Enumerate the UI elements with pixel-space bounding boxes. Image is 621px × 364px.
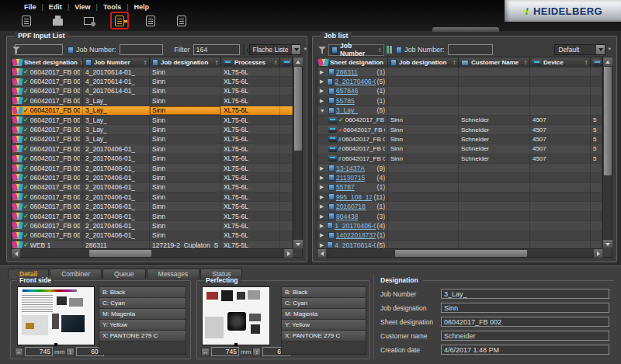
job-group-row[interactable]: ▶4_20170614-01_(5)	[317, 241, 602, 248]
ppf-row[interactable]: ✓06042017_FB 0023_Lay_SinnXL75-6L	[12, 106, 293, 116]
tab-queue[interactable]: Queue	[102, 269, 146, 279]
job-number-link[interactable]: 13-1437A	[336, 165, 365, 172]
job-number-field[interactable]	[441, 289, 609, 299]
job-group-row[interactable]: ▶13-1437A(9)	[317, 164, 602, 173]
job-number-link[interactable]: 657846	[336, 87, 358, 95]
job-number-link[interactable]: 1_20170406-01_	[335, 222, 375, 230]
ppf-column-header[interactable]: Job designation↕	[150, 57, 221, 68]
expand-arrow-icon[interactable]: ▶	[320, 98, 327, 104]
job-group-row[interactable]: ▶804438(3)	[317, 212, 602, 221]
ppf-row[interactable]: ✓06042017_FB 0012_20170406-01_SinnXL75-6…	[12, 144, 293, 154]
expand-arrow-icon[interactable]: ▶	[320, 203, 327, 210]
ppf-row[interactable]: ✓06042017_FB 0043_Lay_SinnXL75-6L	[12, 125, 293, 134]
job-column-header[interactable]: Job designation↕	[388, 57, 459, 68]
ppf-column-header[interactable]: Sheet designation↕	[12, 57, 83, 68]
color-item[interactable]: C: Cyan	[282, 298, 366, 309]
scroll-thumb[interactable]	[294, 67, 302, 151]
expand-arrow-icon[interactable]: ▶	[320, 242, 325, 248]
ppf-row[interactable]: ✓06042017_FB 0033_Lay_SinnXL75-6L	[12, 116, 293, 125]
color-item[interactable]: M: Magenta	[282, 309, 366, 320]
job-horizontal-scrollbar[interactable]	[317, 248, 602, 257]
job-group-row[interactable]: ▶55787(1)	[317, 183, 602, 192]
panel-splitter-handle[interactable]	[432, 27, 499, 32]
system-settings-icon[interactable]	[79, 12, 98, 29]
menu-view[interactable]: View	[69, 2, 95, 12]
ppf-row[interactable]: ✓06042017_FB 0032_20170406-01_SinnXL75-6…	[12, 212, 293, 221]
menu-tools[interactable]: Tools	[98, 2, 127, 12]
ppf-row[interactable]: ✓06042017_FB 0044_20170614-01_SinnXL75-6…	[12, 77, 293, 86]
ppf-row[interactable]: ✓06042017_FB 0054_20170614-01_SinnXL75-6…	[12, 87, 293, 96]
expand-arrow-icon[interactable]: ▶	[320, 213, 327, 220]
expand-arrow-icon[interactable]: ▶	[320, 175, 327, 181]
ppf-row[interactable]: ✓06042017_FB 0032_20170406-01_SinnXL75-6…	[12, 164, 293, 173]
height-stepper-button[interactable]: ↕	[252, 348, 261, 356]
ppf-job-number-input[interactable]	[120, 44, 163, 55]
sort-updown-icon[interactable]: ↕	[144, 59, 147, 66]
sort-updown-icon[interactable]: ↕	[453, 59, 456, 66]
color-item[interactable]: B: Black	[282, 287, 366, 298]
job-number-link[interactable]: 804438	[336, 213, 358, 220]
job-group-row[interactable]: ▶657846(1)	[317, 87, 602, 96]
color-item[interactable]: Y: Yellow	[282, 320, 366, 331]
ppf-row[interactable]: ✓06042017_FB 0052_20170406-01_SinnXL75-6…	[12, 231, 293, 241]
job-group-row[interactable]: ▶286311(1)	[317, 68, 602, 77]
export-icon[interactable]	[172, 12, 191, 29]
sheet-width-input[interactable]	[25, 347, 53, 356]
width-stepper-button[interactable]: ↔	[15, 348, 23, 356]
job-sheet-row[interactable]: ■06042017_FB 002SinnSchneider45075	[317, 125, 602, 134]
scroll-right-button[interactable]	[284, 249, 293, 258]
expand-arrow-icon[interactable]: ▶	[320, 232, 327, 238]
ppf-filter-value-input[interactable]	[193, 44, 240, 55]
report-icon[interactable]	[141, 12, 160, 29]
expand-arrow-icon[interactable]: ▶	[320, 69, 327, 75]
preset-dropdown[interactable]: Default	[554, 44, 605, 55]
job-group-row[interactable]: ▶1_20170406-01_(4)	[317, 221, 602, 231]
color-item[interactable]: X: PANTONE 279 C	[282, 331, 366, 341]
ppf-column-header[interactable]: Job Number↕	[83, 57, 150, 68]
color-item[interactable]: C: Cyan	[99, 298, 186, 309]
job-sheet-row[interactable]: ✓06042017_FB 001SinnSchneider45075	[317, 116, 602, 125]
menu-help[interactable]: Help	[129, 2, 155, 12]
job-designation-field[interactable]	[441, 303, 609, 313]
expand-arrow-icon[interactable]: ▶	[320, 78, 325, 85]
ppf-row[interactable]: ✓06042017_FB 0034_20170614-01_SinnXL75-6…	[12, 68, 293, 77]
scroll-thumb[interactable]	[89, 250, 151, 257]
scroll-left-button[interactable]	[317, 249, 326, 258]
color-item[interactable]: B: Black	[99, 287, 186, 298]
ppf-column-header[interactable]: Processes↕	[221, 57, 280, 68]
job-number-link[interactable]: 3_Lay_	[336, 106, 358, 114]
sort-updown-icon[interactable]: ↕	[274, 59, 277, 66]
scroll-thumb[interactable]	[604, 67, 612, 175]
ppf-import-icon[interactable]	[110, 12, 129, 29]
job-number-link[interactable]: 286311	[336, 68, 358, 76]
ppf-horizontal-scrollbar[interactable]	[12, 248, 293, 257]
job-number-link[interactable]: 21130715	[336, 174, 365, 182]
dropdown-arrow-button[interactable]	[595, 45, 605, 54]
ppf-row[interactable]: ✓06042017_FB 0042_20170406-01_SinnXL75-6…	[12, 173, 293, 182]
job-number-link[interactable]: 55787	[336, 183, 355, 191]
ppf-row[interactable]: ✓06042017_FB 0012_20170406-01_SinnXL75-6…	[12, 192, 293, 202]
expand-arrow-icon[interactable]: ▶	[320, 184, 327, 190]
expand-arrow-icon[interactable]: ▶	[320, 223, 325, 229]
width-stepper-button[interactable]: ↔	[201, 348, 210, 356]
tab-combiner[interactable]: Combiner	[50, 269, 102, 279]
dropdown-arrow-button[interactable]	[291, 45, 300, 54]
job-group-row[interactable]: ▼3_Lay_(5)	[317, 106, 602, 116]
new-job-icon[interactable]	[17, 12, 36, 29]
job-column-header[interactable]: Sheet designation↕	[317, 57, 388, 68]
job-number-input[interactable]	[448, 44, 493, 55]
job-group-row[interactable]: ▶2_20170406-01_(5)	[317, 77, 602, 86]
job-group-row[interactable]: ▶995_108_17(11)	[317, 192, 602, 202]
job-column-header[interactable]: Device↕	[530, 57, 591, 68]
job-number-link[interactable]: 2_20170406-01_	[335, 78, 375, 85]
menu-edit[interactable]: Edit	[43, 2, 68, 12]
scroll-down-button[interactable]	[293, 240, 303, 248]
sort-updown-icon[interactable]: ↕	[524, 59, 527, 66]
scroll-left-button[interactable]	[12, 249, 20, 258]
job-sheet-row[interactable]: //06042017_FB 004SinnSchneider45075	[317, 144, 602, 154]
scroll-thumb[interactable]	[395, 250, 527, 257]
scroll-down-button[interactable]	[603, 240, 612, 248]
sort-updown-icon[interactable]: ↕	[585, 59, 588, 66]
tab-messages[interactable]: Messages	[147, 269, 200, 279]
job-column-header[interactable]: Customer Name↕	[459, 57, 530, 68]
